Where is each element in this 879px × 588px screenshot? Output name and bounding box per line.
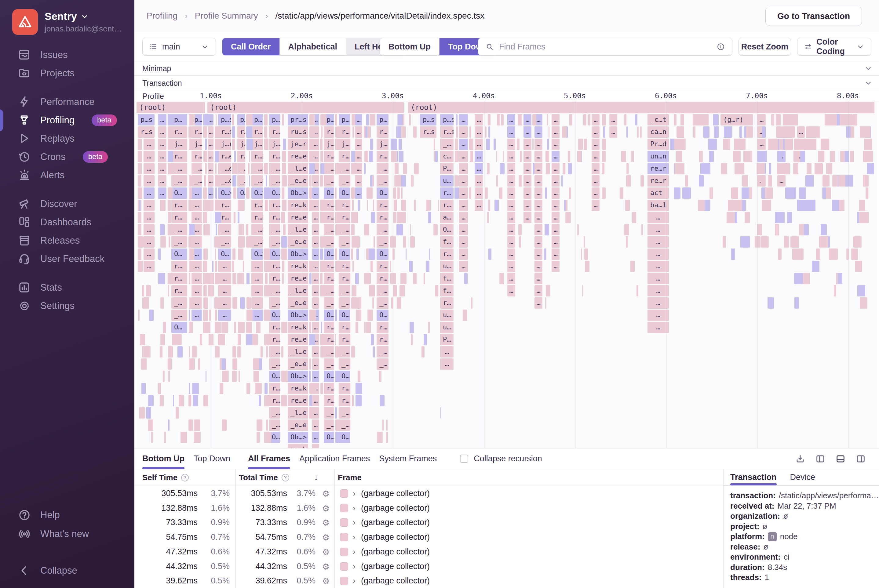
frame-settings-gear-icon[interactable]: ⚙ xyxy=(322,576,329,586)
flame-frame[interactable]: r…s xyxy=(440,126,454,138)
flame-frame[interactable] xyxy=(189,261,195,272)
direction-option-bottom-up[interactable]: Bottom Up xyxy=(380,38,439,55)
flame-frame[interactable] xyxy=(282,163,286,174)
flame-frame[interactable]: _… xyxy=(218,236,231,248)
flame-frame[interactable] xyxy=(335,370,339,382)
flame-frame[interactable] xyxy=(188,420,193,431)
flame-frame[interactable]: O… xyxy=(171,322,187,333)
flame-frame[interactable] xyxy=(246,334,253,345)
layout-bottom-panel-button[interactable] xyxy=(834,453,847,464)
flame-frame[interactable]: O…> xyxy=(251,249,263,260)
flame-frame[interactable] xyxy=(455,151,459,162)
flame-frame[interactable]: … xyxy=(535,224,542,236)
flame-frame[interactable]: r… xyxy=(171,212,187,223)
sidebar-item-projects[interactable]: Projects xyxy=(0,64,134,82)
flame-frame[interactable] xyxy=(709,188,713,199)
flame-frame[interactable] xyxy=(409,261,413,272)
flame-frame[interactable] xyxy=(859,212,869,223)
flame-frame[interactable]: _… xyxy=(191,175,202,186)
flame-frame[interactable] xyxy=(391,139,397,150)
flame-frame[interactable]: … xyxy=(144,163,155,174)
flame-frame[interactable] xyxy=(309,334,315,345)
flame-frame[interactable] xyxy=(266,346,267,357)
flame-frame[interactable]: r… xyxy=(324,126,334,138)
table-row[interactable]: 44.32ms0.5%44.32ms0.5%⚙›(garbage collect… xyxy=(134,559,723,574)
flame-frame[interactable] xyxy=(742,188,748,199)
flame-frame[interactable] xyxy=(768,139,778,150)
flame-frame[interactable]: _l…e xyxy=(288,285,308,297)
flame-frame[interactable] xyxy=(146,407,151,418)
flame-frame[interactable]: … xyxy=(551,139,559,150)
flame-frame[interactable] xyxy=(168,420,170,431)
flame-frame[interactable] xyxy=(168,346,173,357)
table-row[interactable]: 73.33ms0.9%73.33ms0.9%⚙›(garbage collect… xyxy=(134,515,723,530)
flame-frame[interactable] xyxy=(561,175,563,186)
flame-frame[interactable]: _… xyxy=(324,224,334,236)
detail-tab-transaction[interactable]: Transaction xyxy=(730,469,777,485)
flame-frame[interactable] xyxy=(246,236,253,248)
flame-frame[interactable]: r… xyxy=(171,261,187,272)
flame-frame[interactable]: _… xyxy=(324,407,334,418)
flame-frame[interactable]: r… xyxy=(269,334,280,345)
flame-frame[interactable] xyxy=(335,200,341,211)
flame-frame[interactable] xyxy=(372,297,374,309)
flame-frame[interactable] xyxy=(545,224,550,236)
flame-frame[interactable]: … xyxy=(535,236,542,248)
flame-frame[interactable]: … xyxy=(757,139,766,150)
flame-frame[interactable] xyxy=(426,200,431,211)
flame-frame[interactable] xyxy=(310,310,316,321)
flame-frame[interactable] xyxy=(189,114,195,126)
flame-frame[interactable] xyxy=(358,370,361,382)
flame-frame[interactable] xyxy=(215,126,219,138)
flame-frame[interactable]: re…k xyxy=(288,383,308,394)
flame-frame[interactable]: ru…s xyxy=(288,126,308,138)
flame-frame[interactable] xyxy=(215,188,217,199)
flame-frame[interactable] xyxy=(249,151,250,162)
flame-frame[interactable] xyxy=(819,236,824,248)
flame-frame[interactable] xyxy=(545,297,546,309)
flame-frame[interactable]: _l…e xyxy=(288,163,308,174)
flame-frame[interactable] xyxy=(632,212,636,223)
flame-frame[interactable] xyxy=(517,139,520,150)
flame-frame[interactable]: … xyxy=(312,285,319,297)
flame-frame[interactable] xyxy=(787,212,792,223)
flame-frame[interactable] xyxy=(693,126,696,138)
flame-frame[interactable]: r… xyxy=(339,151,350,162)
flame-frame[interactable] xyxy=(335,346,339,357)
flame-frame[interactable]: … xyxy=(191,273,202,284)
flame-frame[interactable] xyxy=(790,236,799,248)
flame-frame[interactable] xyxy=(455,139,458,150)
flame-frame[interactable] xyxy=(160,346,163,357)
flame-frame[interactable] xyxy=(138,212,139,223)
flame-frame[interactable] xyxy=(173,395,174,406)
flame-frame[interactable] xyxy=(826,163,832,174)
flame-frame[interactable]: _… xyxy=(339,358,350,370)
flame-frame[interactable] xyxy=(351,249,353,260)
flame-frame[interactable]: … xyxy=(144,175,155,186)
flame-frame[interactable] xyxy=(789,126,795,138)
flame-frame[interactable] xyxy=(731,249,735,260)
flame-frame[interactable]: O… xyxy=(339,188,350,199)
flame-frame[interactable]: O…> xyxy=(251,188,263,199)
flame-frame[interactable]: _… xyxy=(269,407,280,418)
flame-frame[interactable]: … xyxy=(144,139,155,150)
flame-frame[interactable] xyxy=(281,236,287,248)
flame-frame[interactable] xyxy=(764,200,770,211)
sidebar-item-discover[interactable]: Discover xyxy=(0,195,134,213)
flame-frame[interactable]: … xyxy=(551,163,559,174)
flame-frame[interactable]: r… xyxy=(339,126,350,138)
flame-frame[interactable] xyxy=(215,236,218,248)
flame-frame[interactable] xyxy=(168,236,170,248)
flame-frame[interactable] xyxy=(257,420,262,431)
flame-frame[interactable] xyxy=(488,200,490,211)
flame-frame[interactable] xyxy=(429,249,430,260)
flame-frame[interactable]: … xyxy=(507,139,515,150)
flame-frame[interactable] xyxy=(637,126,639,138)
flame-frame[interactable] xyxy=(309,200,312,211)
flame-frame[interactable] xyxy=(203,322,209,333)
flame-frame[interactable]: … xyxy=(535,212,542,223)
flame-frame[interactable]: r… xyxy=(171,200,187,211)
flame-frame[interactable]: … xyxy=(312,175,319,186)
flame-frame[interactable] xyxy=(577,224,579,236)
flame-frame[interactable] xyxy=(321,126,323,138)
